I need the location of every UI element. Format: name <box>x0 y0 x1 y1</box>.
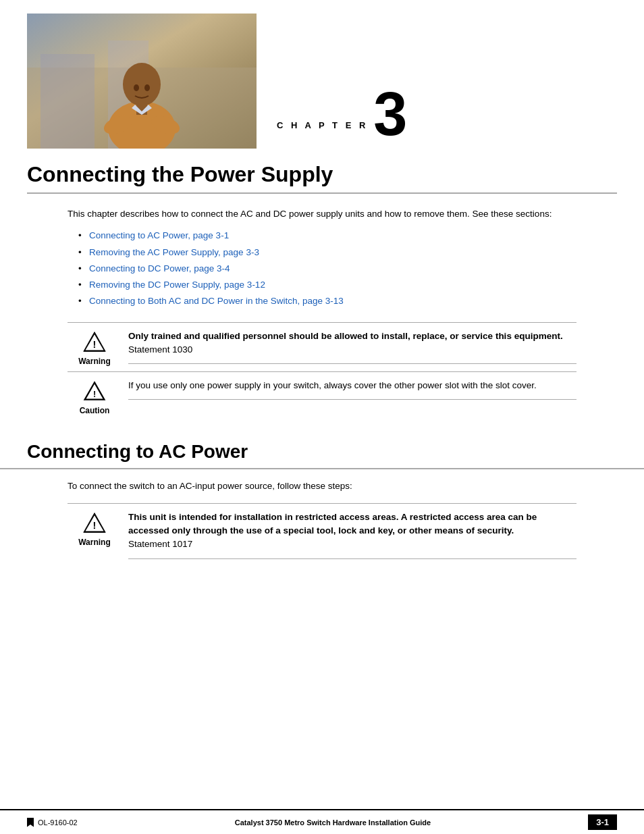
link-both-ac-dc[interactable]: Connecting to Both AC and DC Power in th… <box>89 296 344 306</box>
link-remove-ac[interactable]: Removing the AC Power Supply, page 3-3 <box>89 247 259 257</box>
warning-label-2: Warning <box>78 538 111 547</box>
caution-text-1: If you use only one power supply in your… <box>128 380 537 390</box>
list-item: Connecting to AC Power, page 3-1 <box>81 229 576 242</box>
section-ac-power: Connecting to AC Power To connect the sw… <box>0 434 644 575</box>
svg-text:!: ! <box>93 520 97 531</box>
section-links-list: Connecting to AC Power, page 3-1 Removin… <box>81 229 576 308</box>
caution-content-1: If you use only one power supply in your… <box>128 379 576 400</box>
warning-statement-1: Statement 1030 <box>128 344 192 355</box>
warning-statement-2: Statement 1017 <box>128 539 192 549</box>
caution-notice-1: ! Caution If you use only one power supp… <box>68 371 576 415</box>
svg-point-5 <box>123 63 161 106</box>
chapter-label: C H A P T E R <box>277 121 368 130</box>
list-item: Connecting to Both AC and DC Power in th… <box>81 294 576 308</box>
page-title: Connecting the Power Supply <box>27 162 617 194</box>
section-content-ac: To connect the switch to an AC-input pow… <box>0 469 644 575</box>
page-title-section: Connecting the Power Supply <box>0 149 644 194</box>
list-item: Connecting to DC Power, page 3-4 <box>81 262 576 276</box>
warning-bold-text-2: This unit is intended for installation i… <box>128 512 537 536</box>
warning-box-2: ! Warning This unit is intended for inst… <box>68 503 576 559</box>
link-remove-dc[interactable]: Removing the DC Power Supply, page 3-12 <box>89 280 265 290</box>
list-item: Removing the AC Power Supply, page 3-3 <box>81 246 576 259</box>
warning-icon-2: ! <box>82 511 107 535</box>
caution-label-1: Caution <box>80 406 110 415</box>
section-title-ac: Connecting to AC Power <box>0 434 644 469</box>
page-container: C H A P T E R 3 Connecting the Power Sup… <box>0 0 644 834</box>
chapter-number: 3 <box>373 87 407 142</box>
warning-label-1: Warning <box>78 357 111 366</box>
warning-icon-1: ! <box>82 330 107 354</box>
caution-left-1: ! Caution <box>68 379 128 415</box>
list-item: Removing the DC Power Supply, page 3-12 <box>81 278 576 292</box>
intro-paragraph: This chapter describes how to connect th… <box>68 207 576 221</box>
svg-text:!: ! <box>93 390 96 399</box>
footer-left: OL-9160-02 <box>27 818 78 827</box>
svg-text:!: ! <box>93 339 97 350</box>
svg-point-13 <box>144 84 150 91</box>
link-dc-power[interactable]: Connecting to DC Power, page 3-4 <box>89 263 230 273</box>
svg-point-12 <box>134 84 139 91</box>
warning-left-2: ! Warning <box>68 511 128 547</box>
warning-box-1: ! Warning Only trained and qualified per… <box>68 322 576 366</box>
warning-left-1: ! Warning <box>68 330 128 366</box>
warning-notice-1: ! Warning Only trained and qualified per… <box>68 322 576 366</box>
section-intro-ac: To connect the switch to an AC-input pow… <box>68 479 576 493</box>
link-ac-power[interactable]: Connecting to AC Power, page 3-1 <box>89 230 229 240</box>
main-content: This chapter describes how to connect th… <box>0 194 644 434</box>
bookmark-icon <box>27 818 34 827</box>
warning-content-2: This unit is intended for installation i… <box>128 511 576 559</box>
warning-notice-2: ! Warning This unit is intended for inst… <box>68 503 576 559</box>
footer-doc-number: OL-9160-02 <box>38 818 78 827</box>
caution-box-1: ! Caution If you use only one power supp… <box>68 371 576 415</box>
footer-guide-title: Catalyst 3750 Metro Switch Hardware Inst… <box>235 818 431 827</box>
chapter-label-area: C H A P T E R 3 <box>257 87 407 149</box>
header-area: C H A P T E R 3 <box>0 0 644 149</box>
chapter-image <box>27 14 257 149</box>
footer-center: Catalyst 3750 Metro Switch Hardware Inst… <box>235 818 431 827</box>
svg-rect-2 <box>41 54 95 149</box>
footer-page-number: 3-1 <box>588 814 617 830</box>
warning-bold-text-1: Only trained and qualified personnel sho… <box>128 331 563 341</box>
page-footer: OL-9160-02 Catalyst 3750 Metro Switch Ha… <box>0 809 644 834</box>
warning-content-1: Only trained and qualified personnel sho… <box>128 330 576 365</box>
caution-icon-1: ! <box>82 379 107 403</box>
